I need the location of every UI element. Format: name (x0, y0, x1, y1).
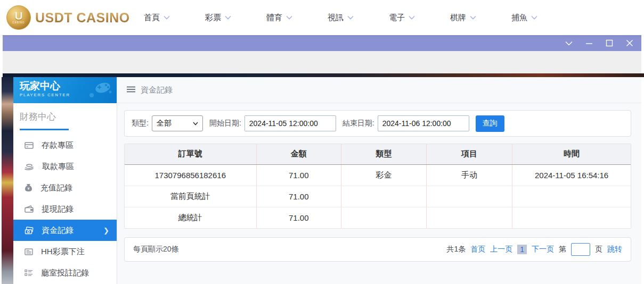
page-size-text: 每頁顯示20條 (133, 245, 179, 254)
pagination-bar: 每頁顯示20條 共1条 首页 上一页 1 下一页 第 页 跳转 (124, 237, 631, 262)
page-title: 資金記錄 (141, 85, 173, 95)
cell-time: 2024-11-05 16:54:16 (512, 164, 631, 186)
type-label: 類型: (132, 119, 149, 128)
end-date-input[interactable] (378, 115, 469, 131)
sidebar-item-fund-record[interactable]: 資金記錄 ❯ (13, 220, 117, 241)
hamburger-icon (127, 85, 135, 95)
brand-logo[interactable]: U CASINO USDT CASINO (0, 5, 137, 30)
main-content: 資金記錄 類型: 全部 開始日期: 結束日期: 查詢 訂單號 (117, 77, 641, 284)
sidebar-item-recharge-record[interactable]: ¥ 充值記錄 (13, 177, 117, 198)
type-select[interactable]: 全部 (152, 115, 203, 131)
logo-subtext: CASINO (12, 21, 25, 24)
svg-text:¥: ¥ (28, 187, 30, 190)
table-row: 1730796856182616 71.00 彩金 手动 2024-11-05 … (125, 164, 631, 186)
sidebar-item-room-bet-record[interactable]: 廳室投註記錄 (13, 262, 117, 283)
spacer-band (3, 51, 641, 73)
jump-prefix-label: 第 (559, 245, 566, 254)
hand-coins-icon (25, 163, 34, 171)
nav-item-lottery[interactable]: 彩票 (205, 13, 231, 23)
background-image-strip (3, 73, 644, 77)
sidebar-menu: 存款專區 取款專區 ¥ 充值記錄 提現記錄 資金記錄 ❯ HH彩票下注 (13, 135, 117, 283)
sidebar-item-withdraw-record[interactable]: 提現記錄 (13, 198, 117, 220)
background-photo-edge (2, 77, 13, 284)
chevron-down-icon (409, 15, 415, 20)
wallet-icon (25, 205, 34, 213)
jump-action-link[interactable]: 跳转 (607, 245, 622, 254)
search-button[interactable]: 查詢 (476, 115, 504, 132)
cell-label: 當前頁統計 (125, 186, 256, 207)
col-header-type: 類型 (341, 144, 427, 164)
nav-item-cards[interactable]: 棋牌 (450, 13, 476, 23)
sidebar-section-title: 財務中心 (20, 111, 117, 123)
sidebar: 玩家中心 PLAYERS CENTER 財務中心 存款專區 取款專區 ¥ 充值記… (13, 77, 117, 284)
gamepad-icon (87, 80, 112, 101)
chevron-right-icon: ❯ (103, 227, 117, 235)
page: U CASINO USDT CASINO 首頁 彩票 體育 視訊 (0, 0, 644, 284)
breadcrumb: 資金記錄 (117, 77, 641, 103)
window-maximize-icon[interactable] (605, 39, 614, 47)
page-jump-input[interactable] (571, 243, 590, 256)
chevron-down-icon (347, 15, 354, 20)
table-header-row: 訂單號 金額 類型 項目 時間 (125, 144, 631, 164)
col-header-order-no: 訂單號 (125, 144, 256, 164)
chevron-down-icon (286, 15, 292, 20)
current-page-indicator: 1 (517, 245, 527, 254)
window-close-icon[interactable] (625, 39, 634, 47)
cell-item: 手动 (426, 164, 512, 186)
cell-amount: 71.00 (256, 186, 341, 207)
sidebar-item-deposit[interactable]: 存款專區 (13, 135, 117, 156)
cell-label: 總統計 (125, 207, 256, 228)
nav-item-video[interactable]: 視訊 (328, 13, 354, 23)
logo-letter: U (14, 11, 22, 21)
nav-item-sports[interactable]: 體育 (266, 13, 292, 23)
list-card-icon (25, 248, 33, 255)
table-row-page-total: 當前頁統計 71.00 (125, 186, 631, 207)
table-row-grand-total: 總統計 71.00 (125, 207, 631, 228)
chevron-down-icon (470, 15, 476, 20)
sidebar-header: 玩家中心 PLAYERS CENTER (13, 77, 117, 103)
logo-ball-icon: U CASINO (6, 5, 31, 30)
nav-item-home[interactable]: 首頁 (144, 13, 170, 23)
sidebar-item-hh-lottery-bets[interactable]: HH彩票下注 (13, 241, 117, 262)
nav-item-fishing[interactable]: 捕魚 (511, 13, 537, 23)
nav-item-slots[interactable]: 電子 (389, 13, 415, 23)
window-minimize-icon[interactable] (585, 39, 593, 47)
bank-card-icon (25, 141, 34, 149)
main-nav: 首頁 彩票 體育 視訊 電子 棋牌 (144, 13, 537, 23)
checklist-icon (25, 269, 33, 277)
money-bag-icon: ¥ (25, 183, 32, 192)
first-page-link[interactable]: 首页 (470, 245, 485, 254)
end-date-label: 結束日期: (343, 119, 374, 128)
col-header-time: 時間 (512, 144, 631, 164)
brand-name: USDT CASINO (35, 10, 130, 26)
banknotes-icon (25, 227, 34, 235)
chevron-down-icon (193, 122, 198, 126)
pagination-controls: 共1条 首页 上一页 1 下一页 第 页 跳转 (446, 243, 622, 256)
cell-type: 彩金 (341, 164, 427, 186)
jump-suffix-label: 页 (595, 245, 602, 254)
type-select-value: 全部 (157, 119, 172, 128)
prev-page-link[interactable]: 上一页 (490, 245, 512, 254)
start-date-label: 開始日期: (209, 119, 241, 128)
start-date-input[interactable] (244, 115, 336, 131)
cell-amount: 71.00 (256, 207, 341, 228)
chevron-down-icon (225, 15, 231, 20)
window-dropdown-icon[interactable] (565, 39, 573, 47)
records-table: 訂單號 金額 類型 項目 時間 1730796856182616 71.00 彩… (124, 144, 631, 229)
cell-amount: 71.00 (256, 164, 341, 186)
section-underline (20, 129, 69, 130)
site-header: U CASINO USDT CASINO 首頁 彩票 體育 視訊 (0, 0, 644, 35)
chevron-down-icon (164, 15, 170, 20)
total-count-text: 共1条 (446, 245, 466, 254)
sidebar-item-withdraw[interactable]: 取款專區 (13, 156, 117, 177)
cell-order-no: 1730796856182616 (125, 164, 256, 186)
chevron-down-icon (531, 15, 537, 20)
next-page-link[interactable]: 下一页 (532, 245, 554, 254)
col-header-item: 項目 (426, 144, 512, 164)
filter-panel: 類型: 全部 開始日期: 結束日期: 查詢 (124, 110, 631, 137)
window-titlebar (3, 35, 641, 51)
col-header-amount: 金額 (256, 144, 341, 164)
